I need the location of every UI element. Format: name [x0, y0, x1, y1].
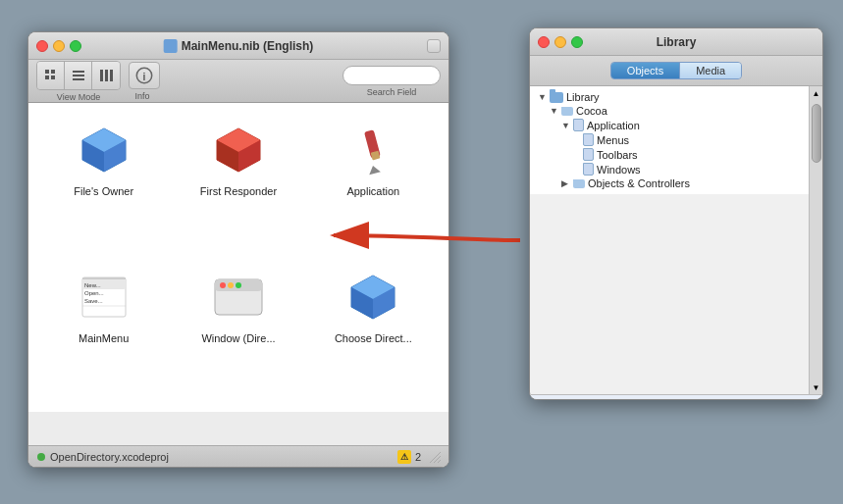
svg-rect-25	[82, 277, 126, 279]
info-button[interactable]: i	[129, 62, 160, 89]
minimize-button[interactable]	[53, 40, 65, 52]
application-icon	[342, 119, 404, 181]
tree-area: ▼ Library ▼ Cocoa ▼ Application	[530, 86, 809, 394]
search-label: Search Field	[367, 87, 417, 97]
nib-toolbar: View Mode i Info Search Field	[28, 60, 448, 103]
tab-objects[interactable]: Objects	[611, 63, 680, 78]
menus-label: Menus	[597, 134, 629, 146]
nib-window-title: MainMenu.nib (English)	[164, 39, 314, 53]
choose-dir-label: Choose Direct...	[335, 332, 412, 344]
tree-item-cocoa[interactable]: ▼ Cocoa	[530, 104, 809, 118]
main-menu-icon: New... Open... Save...	[73, 266, 135, 328]
svg-text:Save...: Save...	[84, 298, 103, 304]
cocoa-folder-icon	[561, 107, 573, 116]
svg-rect-5	[73, 75, 84, 76]
info-label: Info	[134, 91, 149, 101]
nib-icon-grid: File's Owner First Responder	[28, 103, 448, 412]
window-dir-item[interactable]: Window (Dire...	[179, 266, 297, 397]
svg-text:i: i	[143, 72, 146, 82]
close-button[interactable]	[36, 40, 48, 52]
scrollbar-track[interactable]: ▲ ▼	[809, 86, 822, 394]
tree-item-toolbars[interactable]: Toolbars	[530, 147, 809, 162]
svg-line-42	[434, 456, 441, 463]
search-input[interactable]	[342, 66, 441, 85]
application-label: Application	[346, 185, 399, 197]
list-view-button[interactable]	[65, 62, 92, 89]
library-folder-icon	[550, 92, 563, 103]
view-mode-label: View Mode	[57, 92, 100, 102]
window-dir-label: Window (Dire...	[201, 332, 275, 344]
info-group: i Info	[125, 62, 160, 101]
warning-count: 2	[415, 451, 421, 463]
warning-icon: ⚠	[397, 450, 411, 464]
files-owner-icon	[73, 119, 135, 181]
svg-rect-9	[110, 70, 113, 81]
svg-rect-2	[45, 76, 49, 79]
scrollbar-thumb[interactable]	[812, 104, 821, 163]
tree-item-library[interactable]: ▼ Library	[530, 90, 809, 104]
resize-button[interactable]	[427, 39, 441, 53]
svg-rect-1	[51, 70, 55, 74]
svg-rect-7	[100, 70, 103, 81]
toolbars-label: Toolbars	[597, 149, 638, 161]
svg-point-34	[228, 282, 234, 288]
objects-controllers-folder-icon	[573, 179, 585, 188]
application-doc-icon	[573, 119, 584, 131]
icon-view-button[interactable]	[37, 62, 65, 89]
svg-rect-3	[51, 76, 55, 79]
svg-marker-22	[368, 164, 382, 175]
scroll-up-arrow[interactable]: ▲	[811, 87, 822, 99]
main-menu-item[interactable]: New... Open... Save... MainMenu	[44, 266, 163, 397]
svg-text:New...: New...	[84, 282, 101, 288]
library-titlebar: Library	[530, 28, 822, 56]
choose-dir-item[interactable]: Choose Direct...	[314, 266, 433, 397]
triangle-cocoa: ▼	[550, 106, 559, 116]
svg-rect-8	[105, 70, 108, 81]
view-mode-buttons	[36, 61, 121, 90]
library-window-title: Library	[657, 35, 697, 49]
tree-item-menus[interactable]: Menus	[530, 132, 809, 147]
nib-statusbar: OpenDirectory.xcodeproj ⚠ 2	[28, 445, 448, 467]
tab-media[interactable]: Media	[680, 63, 741, 78]
tree-item-objects-controllers[interactable]: ▶ Objects & Controllers	[530, 176, 809, 190]
library-traffic-lights	[538, 36, 583, 48]
files-owner-label: File's Owner	[74, 185, 133, 197]
zoom-button[interactable]	[70, 40, 81, 52]
library-label: Library	[566, 91, 600, 103]
svg-line-43	[438, 460, 441, 463]
library-tree: ▼ Library ▼ Cocoa ▼ Application	[530, 86, 809, 194]
application-item[interactable]: Application	[314, 119, 433, 250]
library-window: Library Objects Media ▼ Library ▼ Cocoa	[529, 27, 823, 400]
triangle-library: ▼	[538, 92, 548, 102]
svg-point-35	[236, 282, 241, 288]
warning-area: ⚠ 2	[397, 450, 441, 464]
windows-label: Windows	[597, 164, 641, 176]
files-owner-item[interactable]: File's Owner	[44, 119, 163, 250]
main-menu-label: MainMenu	[79, 332, 129, 344]
library-main: ▼ Library ▼ Cocoa ▼ Application	[530, 86, 822, 394]
library-close-button[interactable]	[538, 36, 550, 48]
objects-controllers-label: Objects & Controllers	[588, 177, 690, 189]
svg-point-40	[37, 453, 45, 461]
seg-control: Objects Media	[610, 62, 742, 79]
tree-item-windows[interactable]: Windows	[530, 162, 809, 176]
svg-rect-0	[45, 70, 49, 74]
windows-doc-icon	[583, 163, 594, 176]
triangle-objects-controllers: ▶	[561, 178, 571, 188]
library-zoom-button[interactable]	[571, 36, 583, 48]
traffic-lights	[36, 40, 81, 52]
nib-titlebar: MainMenu.nib (English)	[28, 32, 448, 60]
svg-text:Open...: Open...	[84, 290, 104, 296]
tree-item-application[interactable]: ▼ Application	[530, 118, 809, 132]
scroll-down-arrow[interactable]: ▼	[811, 381, 822, 393]
svg-rect-6	[73, 78, 84, 80]
search-group: Search Field	[342, 66, 441, 97]
choose-dir-icon	[342, 266, 404, 328]
library-detail-panel: Object – Provides you with an instance o…	[530, 394, 822, 400]
column-view-button[interactable]	[92, 62, 120, 89]
library-tabs: Objects Media	[530, 56, 822, 86]
window-dir-icon	[207, 266, 270, 328]
library-minimize-button[interactable]	[554, 36, 566, 48]
detail-item-object[interactable]: Object – Provides you with an instance o…	[530, 395, 822, 400]
first-responder-item[interactable]: First Responder	[179, 119, 297, 250]
